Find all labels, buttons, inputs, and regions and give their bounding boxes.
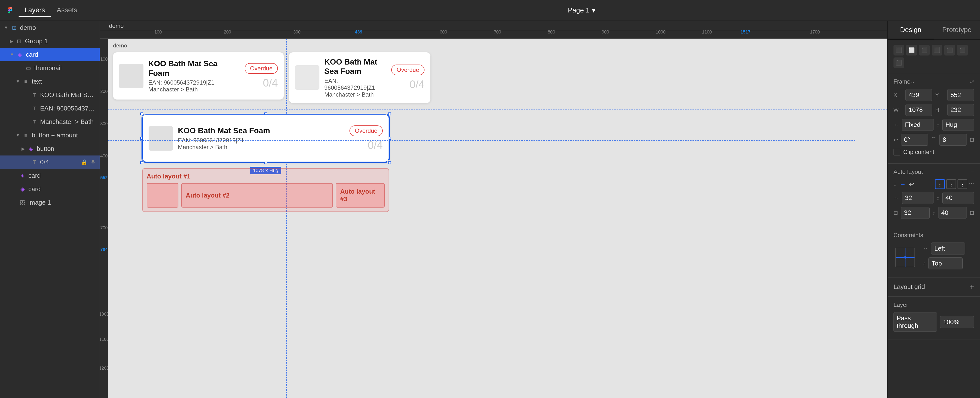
align-bottom-icon[interactable]: ⬛ bbox=[957, 45, 968, 56]
sidebar-item-koo-text[interactable]: T KOO Bath Mat Sea Foam bbox=[0, 88, 100, 102]
sidebar-item-image1[interactable]: 🖼 image 1 bbox=[0, 196, 100, 209]
gap-h-input[interactable]: 32 bbox=[902, 192, 934, 204]
card-thumbnail bbox=[149, 126, 173, 151]
handle-bl[interactable] bbox=[140, 161, 143, 164]
sidebar-item-label: thumbnail bbox=[34, 64, 96, 72]
gap-v-input[interactable]: 40 bbox=[942, 192, 974, 204]
align-center-h-icon[interactable]: ⬜ bbox=[906, 45, 917, 56]
card-title: KOO Bath Mat Sea Foam bbox=[324, 57, 387, 76]
add-layout-grid-button[interactable]: + bbox=[969, 282, 974, 291]
canvas-tab-demo[interactable]: demo bbox=[106, 22, 127, 30]
hug-icon: ↕ bbox=[937, 122, 939, 128]
align-left-icon[interactable]: ⬛ bbox=[894, 45, 904, 56]
expand-arrow-icon: ▶ bbox=[22, 146, 25, 151]
sidebar-item-ean-text[interactable]: T EAN: 9600564372919|Z1 bbox=[0, 102, 100, 115]
constraint-dropdowns: ↔ Left ↕ Top bbox=[923, 242, 965, 272]
blend-mode-dropdown[interactable]: Pass through bbox=[894, 312, 937, 332]
constraints-diagram bbox=[896, 248, 915, 267]
card1[interactable]: KOO Bath Mat Sea Foam EAN: 9600564372919… bbox=[113, 52, 284, 100]
clip-checkbox[interactable] bbox=[894, 149, 900, 156]
clip-row: Clip content bbox=[894, 149, 974, 156]
sidebar-item-label: demo bbox=[20, 24, 96, 32]
opacity-input[interactable]: 100% bbox=[940, 316, 974, 328]
gap-h-icon: ↔ bbox=[894, 195, 899, 201]
sidebar-item-label: button bbox=[37, 145, 96, 153]
lock-icon[interactable]: 🔒 bbox=[81, 159, 88, 166]
autolayout-icon: ≡ bbox=[22, 132, 29, 139]
frame-expand-icon[interactable]: ⌄ bbox=[910, 78, 915, 85]
tab-prototype[interactable]: Prototype bbox=[934, 21, 980, 39]
card-ean: EAN: 9600564372919|Z1 bbox=[324, 78, 387, 91]
v-constraint-dropdown[interactable]: Top bbox=[928, 258, 963, 269]
distribute-h-icon[interactable]: ⬛ bbox=[894, 57, 904, 68]
padding-input[interactable]: 32 bbox=[901, 207, 930, 219]
hug-dropdown[interactable]: Hug bbox=[942, 119, 974, 131]
expand-arrow-icon: ▶ bbox=[10, 39, 13, 44]
al-down-arrow[interactable]: ↓ bbox=[894, 180, 897, 188]
x-input[interactable]: 439 bbox=[905, 89, 932, 101]
component-icon: ◈ bbox=[19, 172, 26, 179]
sidebar-item-card3[interactable]: ◈ card bbox=[0, 182, 100, 196]
h-input[interactable]: 232 bbox=[947, 104, 974, 116]
v-arrow-icon: ↕ bbox=[923, 260, 926, 267]
spacing-icon-1[interactable]: ⋮ bbox=[935, 179, 945, 189]
y-label: Y bbox=[935, 92, 944, 98]
sidebar-item-button[interactable]: ▶ ◈ button bbox=[0, 142, 100, 156]
sidebar-item-label: EAN: 9600564372919|Z1 bbox=[40, 105, 96, 112]
card-right: Overdue 0/4 bbox=[391, 65, 425, 91]
handle-tr[interactable] bbox=[388, 113, 391, 115]
align-top-icon[interactable]: ⬛ bbox=[932, 45, 942, 56]
fullscreen-icon[interactable]: ⤢ bbox=[970, 78, 974, 85]
canvas-main[interactable]: demo KOO Bath Mat Sea Foam EAN: 96005643… bbox=[108, 39, 887, 398]
card-location: Manchaster > Bath bbox=[178, 144, 345, 151]
constraints-controls: ↔ Left ↕ Top bbox=[894, 242, 974, 272]
handle-br[interactable] bbox=[388, 161, 391, 164]
tab-assets[interactable]: Assets bbox=[51, 4, 83, 17]
item-actions: 🔒 👁 bbox=[81, 159, 96, 166]
card-thumbnail bbox=[119, 64, 143, 88]
auto-layout-minus[interactable]: − bbox=[971, 169, 974, 175]
card3[interactable]: KOO Bath Mat Sea Foam EAN: 9600564372919… bbox=[142, 115, 389, 162]
card3-container: KOO Bath Mat Sea Foam EAN: 9600564372919… bbox=[142, 115, 389, 162]
al-right-arrow[interactable]: → bbox=[900, 180, 906, 188]
al-more-icon[interactable]: ··· bbox=[969, 179, 974, 189]
sidebar-item-manchester-text[interactable]: T Manchaster > Bath bbox=[0, 115, 100, 129]
rotation-input[interactable]: 0° bbox=[901, 134, 928, 146]
align-right-icon[interactable]: ⬛ bbox=[919, 45, 930, 56]
h-constraint-dropdown[interactable]: Left bbox=[931, 242, 965, 255]
corner-radius-icon[interactable]: ⊞ bbox=[970, 210, 974, 216]
card-amount: 0/4 bbox=[263, 77, 278, 89]
sidebar-item-button-amount[interactable]: ▼ ≡ button + amount bbox=[0, 129, 100, 142]
sidebar-item-label: card bbox=[29, 185, 96, 193]
al-wrap-arrow[interactable]: ↩ bbox=[909, 180, 914, 188]
padding-icon: ⊡ bbox=[894, 210, 898, 216]
w-input[interactable]: 1078 bbox=[905, 104, 932, 116]
fixed-dropdown[interactable]: Fixed bbox=[902, 119, 934, 131]
handle-tl[interactable] bbox=[140, 113, 143, 115]
sidebar-item-card[interactable]: ▼ ◈ card bbox=[0, 48, 100, 61]
sidebar-item-amount[interactable]: T 0/4 🔒 👁 bbox=[0, 156, 100, 169]
sidebar-item-group1[interactable]: ▶ ⊡ Group 1 bbox=[0, 35, 100, 48]
padding-row: ⊡ 32 ↕ 40 ⊞ bbox=[894, 207, 974, 219]
y-input[interactable]: 552 bbox=[947, 89, 974, 101]
tab-layers[interactable]: Layers bbox=[19, 4, 51, 17]
spacing-icon-3[interactable]: ⋮ bbox=[958, 179, 967, 189]
tab-design[interactable]: Design bbox=[888, 21, 934, 39]
card-ean: EAN: 9600564372919|Z1 bbox=[148, 79, 240, 86]
guide-vertical bbox=[286, 39, 287, 398]
card2[interactable]: KOO Bath Mat Sea Foam EAN: 9600564372919… bbox=[289, 52, 431, 103]
spacing-icon-2[interactable]: ⋮ bbox=[946, 179, 956, 189]
sidebar-item-card2[interactable]: ◈ card bbox=[0, 169, 100, 182]
sidebar-item-demo[interactable]: ▼ ⊞ demo bbox=[0, 21, 100, 35]
corner-input[interactable]: 8 bbox=[939, 134, 967, 146]
card-location: Manchaster > Bath bbox=[324, 91, 387, 98]
align-center-v-icon[interactable]: ⬛ bbox=[944, 45, 955, 56]
corner-extra-icon[interactable]: ⊞ bbox=[970, 137, 974, 143]
sidebar-item-thumbnail[interactable]: ▭ thumbnail bbox=[0, 61, 100, 75]
eye-icon[interactable]: 👁 bbox=[91, 159, 96, 166]
autolayout2-container: Auto layout #2 bbox=[181, 183, 333, 207]
page-selector[interactable]: Page 1 ▾ bbox=[568, 6, 596, 14]
card-badge: Overdue bbox=[350, 126, 383, 136]
padding-v-input[interactable]: 40 bbox=[938, 207, 967, 219]
sidebar-item-text[interactable]: ▼ ≡ text bbox=[0, 75, 100, 88]
